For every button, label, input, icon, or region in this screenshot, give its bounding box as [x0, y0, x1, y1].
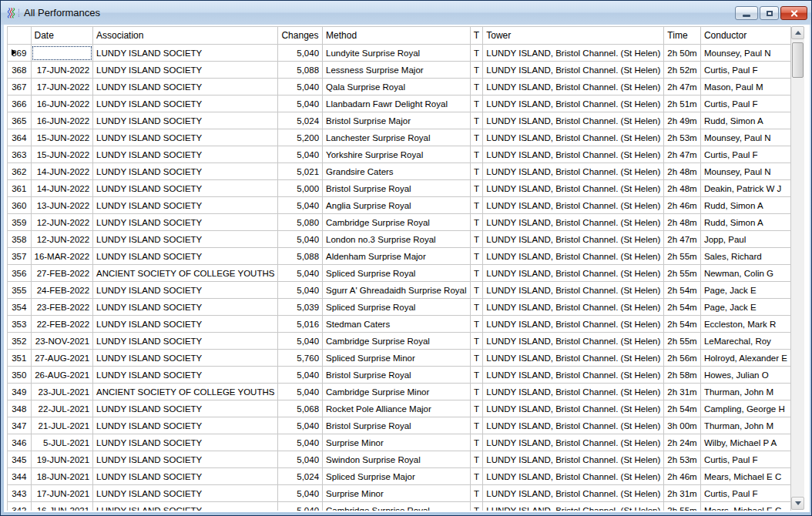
cell-date[interactable]: 17-JUN-2021	[31, 485, 93, 502]
cell-changes[interactable]: 5,040	[278, 451, 323, 468]
cell-date[interactable]: 23-NOV-2021	[31, 333, 93, 350]
cell-association[interactable]: LUNDY ISLAND SOCIETY	[93, 45, 278, 62]
cell-changes[interactable]: 5,000	[278, 180, 323, 197]
cell-tower[interactable]: LUNDY ISLAND, Bristol Channel. (St Helen…	[483, 417, 664, 434]
cell-changes[interactable]: 5,040	[278, 434, 323, 451]
cell-date[interactable]: 17-JUN-2022	[31, 79, 93, 95]
cell-changes[interactable]: 5,040	[278, 333, 323, 350]
cell-t[interactable]: T	[470, 79, 483, 95]
cell-tower[interactable]: LUNDY ISLAND, Bristol Channel. (St Helen…	[483, 180, 664, 197]
cell-time[interactable]: 2h 58m	[664, 367, 701, 384]
cell-date[interactable]: 23-JUL-2021	[31, 384, 93, 400]
row-header[interactable]: 357	[8, 248, 32, 265]
cell-time[interactable]: 2h 54m	[664, 400, 701, 417]
cell-association[interactable]: LUNDY ISLAND SOCIETY	[93, 248, 278, 265]
cell-tower[interactable]: LUNDY ISLAND, Bristol Channel. (St Helen…	[483, 434, 664, 451]
cell-method[interactable]: Cambridge Surprise Royal	[323, 333, 470, 350]
cell-date[interactable]: 26-AUG-2021	[31, 367, 93, 384]
cell-association[interactable]: LUNDY ISLAND SOCIETY	[93, 214, 278, 231]
cell-t[interactable]: T	[470, 367, 483, 384]
cell-time[interactable]: 2h 53m	[664, 451, 701, 468]
cell-changes[interactable]: 5,024	[278, 468, 323, 485]
cell-conductor[interactable]: Thurman, John M	[700, 384, 790, 400]
cell-conductor[interactable]: Mounsey, Paul N	[700, 45, 790, 62]
row-header[interactable]: 355	[8, 282, 32, 299]
cell-method[interactable]: Bristol Surprise Major	[323, 112, 470, 129]
column-header-t[interactable]: T	[470, 27, 483, 45]
cell-conductor[interactable]: Rudd, Simon A	[700, 214, 790, 231]
cell-method[interactable]: Cambridge Surprise Royal	[323, 502, 470, 511]
row-header[interactable]: 354	[8, 299, 32, 316]
cell-date[interactable]: 16-JUN-2021	[31, 502, 93, 511]
cell-changes[interactable]: 5,760	[278, 350, 323, 367]
cell-date[interactable]: 14-JUN-2022	[31, 163, 93, 180]
scrollbar-thumb[interactable]	[792, 42, 804, 78]
cell-association[interactable]: LUNDY ISLAND SOCIETY	[93, 180, 278, 197]
cell-changes[interactable]: 5,040	[278, 417, 323, 434]
cell-tower[interactable]: LUNDY ISLAND, Bristol Channel. (St Helen…	[483, 146, 664, 163]
cell-method[interactable]: Spliced Surprise Royal	[323, 265, 470, 282]
row-header[interactable]: 365	[8, 112, 32, 129]
cell-t[interactable]: T	[470, 451, 483, 468]
cell-method[interactable]: Surprise Minor	[323, 485, 470, 502]
cell-t[interactable]: T	[470, 129, 483, 146]
cell-date[interactable]: 18-JUN-2022	[31, 45, 93, 62]
row-header[interactable]: 352	[8, 333, 32, 350]
cell-conductor[interactable]: Eccleston, Mark R	[700, 316, 790, 333]
cell-tower[interactable]: LUNDY ISLAND, Bristol Channel. (St Helen…	[483, 45, 664, 62]
cell-t[interactable]: T	[470, 400, 483, 417]
row-header[interactable]: 360	[8, 197, 32, 214]
cell-conductor[interactable]: Curtis, Paul F	[700, 62, 790, 79]
cell-time[interactable]: 2h 54m	[664, 316, 701, 333]
cell-association[interactable]: LUNDY ISLAND SOCIETY	[93, 434, 278, 451]
cell-changes[interactable]: 5,039	[278, 299, 323, 316]
cell-changes[interactable]: 5,040	[278, 384, 323, 400]
cell-method[interactable]: Sgurr A' Ghreadaidh Surprise Royal	[323, 282, 470, 299]
cell-method[interactable]: Spliced Surprise Major	[323, 468, 470, 485]
cell-conductor[interactable]: Mason, Paul M	[700, 79, 790, 95]
cell-association[interactable]: LUNDY ISLAND SOCIETY	[93, 417, 278, 434]
row-header[interactable]: 351	[8, 350, 32, 367]
row-header[interactable]: 347	[8, 417, 32, 434]
row-header[interactable]: 343	[8, 485, 32, 502]
cell-changes[interactable]: 5,040	[278, 45, 323, 62]
row-header[interactable]: 356	[8, 265, 32, 282]
column-header-time[interactable]: Time	[664, 27, 701, 45]
row-header[interactable]: 364	[8, 129, 32, 146]
cell-association[interactable]: LUNDY ISLAND SOCIETY	[93, 79, 278, 95]
cell-time[interactable]: 2h 46m	[664, 468, 701, 485]
cell-time[interactable]: 2h 54m	[664, 282, 701, 299]
cell-association[interactable]: LUNDY ISLAND SOCIETY	[93, 468, 278, 485]
cell-tower[interactable]: LUNDY ISLAND, Bristol Channel. (St Helen…	[483, 451, 664, 468]
cell-tower[interactable]: LUNDY ISLAND, Bristol Channel. (St Helen…	[483, 231, 664, 248]
cell-method[interactable]: Cambridge Surprise Minor	[323, 384, 470, 400]
column-header-association[interactable]: Association	[93, 27, 278, 45]
cell-association[interactable]: LUNDY ISLAND SOCIETY	[93, 367, 278, 384]
cell-t[interactable]: T	[470, 163, 483, 180]
cell-tower[interactable]: LUNDY ISLAND, Bristol Channel. (St Helen…	[483, 214, 664, 231]
cell-method[interactable]: Qala Surprise Royal	[323, 79, 470, 95]
cell-changes[interactable]: 5,021	[278, 163, 323, 180]
cell-time[interactable]: 2h 47m	[664, 231, 701, 248]
row-header[interactable]: 353	[8, 316, 32, 333]
cell-conductor[interactable]: Mears, Michael E C	[700, 468, 790, 485]
cell-t[interactable]: T	[470, 282, 483, 299]
row-header[interactable]: 345	[8, 451, 32, 468]
cell-date[interactable]: 13-JUN-2022	[31, 197, 93, 214]
cell-date[interactable]: 16-MAR-2022	[31, 248, 93, 265]
cell-time[interactable]: 2h 51m	[664, 95, 701, 112]
cell-t[interactable]: T	[470, 434, 483, 451]
cell-method[interactable]: Cambridge Surprise Royal	[323, 214, 470, 231]
cell-conductor[interactable]: Rudd, Simon A	[700, 112, 790, 129]
cell-conductor[interactable]: Campling, George H	[700, 400, 790, 417]
cell-association[interactable]: LUNDY ISLAND SOCIETY	[93, 282, 278, 299]
cell-changes[interactable]: 5,200	[278, 129, 323, 146]
cell-tower[interactable]: LUNDY ISLAND, Bristol Channel. (St Helen…	[483, 485, 664, 502]
cell-tower[interactable]: LUNDY ISLAND, Bristol Channel. (St Helen…	[483, 265, 664, 282]
cell-method[interactable]: Spliced Surprise Royal	[323, 299, 470, 316]
cell-association[interactable]: LUNDY ISLAND SOCIETY	[93, 485, 278, 502]
cell-method[interactable]: Bristol Surprise Royal	[323, 367, 470, 384]
row-header[interactable]: 366	[8, 95, 32, 112]
cell-changes[interactable]: 5,040	[278, 146, 323, 163]
cell-conductor[interactable]: LeMarechal, Roy	[700, 333, 790, 350]
